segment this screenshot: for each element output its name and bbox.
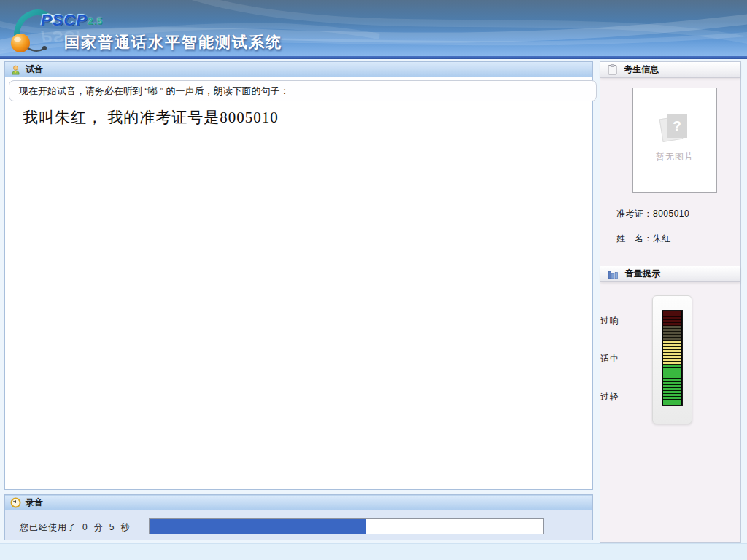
admission-number-row: 准考证：8005010 xyxy=(616,208,689,220)
volume-label-loud: 过响 xyxy=(600,315,619,327)
volume-bars-icon xyxy=(608,269,619,279)
candidate-info-title: 考生信息 xyxy=(624,63,659,76)
no-image-icon-front: ? xyxy=(667,114,687,138)
volume-meter xyxy=(652,295,692,424)
volume-hint-title: 音量提示 xyxy=(625,268,660,280)
meter-zone-soft-lit xyxy=(663,365,681,405)
footer-background xyxy=(0,543,747,560)
sound-test-panel: 试音 现在开始试音，请务必在听到 “嘟 ” 的一声后，朗读下面的句子： 我叫朱红… xyxy=(4,61,593,490)
volume-hint-header: 音量提示 xyxy=(600,266,740,282)
recording-progress-fill xyxy=(150,519,366,534)
instruction-bar: 现在开始试音，请务必在听到 “嘟 ” 的一声后，朗读下面的句子： xyxy=(9,80,597,101)
candidate-info-block: 准考证：8005010 姓 名：朱红 xyxy=(616,208,689,257)
recording-panel: 录音 您已经使用了0分5秒 xyxy=(4,494,593,540)
sound-test-panel-header: 试音 xyxy=(5,62,592,77)
logo-version: 2.5 xyxy=(88,15,103,26)
recording-panel-header: 录音 xyxy=(5,495,592,510)
sidebar: 考生信息 ? 暂无图片 准考证：8005010 姓 名：朱红 音量提示 过响 适… xyxy=(600,61,741,543)
elapsed-time-text: 您已经使用了0分5秒 xyxy=(20,521,133,534)
volume-label-soft: 过轻 xyxy=(600,391,619,403)
candidate-info-header: 考生信息 xyxy=(600,62,740,78)
admission-number: 8005010 xyxy=(653,209,689,219)
clipboard-icon xyxy=(608,64,617,75)
clock-icon xyxy=(10,497,21,508)
volume-label-medium: 适中 xyxy=(600,353,619,365)
no-image-text: 暂无图片 xyxy=(633,151,716,163)
recording-title: 录音 xyxy=(26,497,43,509)
meter-zone-medium-lit xyxy=(663,341,681,365)
meter-zone-transition-unlit xyxy=(663,326,681,341)
elapsed-minutes: 0 xyxy=(82,522,88,532)
candidate-name-row: 姓 名：朱红 xyxy=(616,233,689,245)
no-image-icon: ? xyxy=(661,114,689,144)
elapsed-seconds: 5 xyxy=(109,522,115,532)
candidate-name: 朱红 xyxy=(653,233,671,244)
recording-progress-bar xyxy=(149,518,544,534)
meter-zone-loud-unlit xyxy=(663,311,681,326)
sound-test-title: 试音 xyxy=(26,63,43,76)
app-title: 国家普通话水平智能测试系统 xyxy=(64,32,282,52)
app-header: PSCP2.5 PSCP 国家普通话水平智能测试系统 xyxy=(0,0,747,56)
test-sentence: 我叫朱红， 我的准考证号是8005010 xyxy=(23,107,279,128)
header-bottom-strip xyxy=(0,56,747,59)
candidate-photo-placeholder: ? 暂无图片 xyxy=(632,88,717,192)
person-icon xyxy=(10,64,21,75)
volume-meter-bar xyxy=(662,310,683,406)
